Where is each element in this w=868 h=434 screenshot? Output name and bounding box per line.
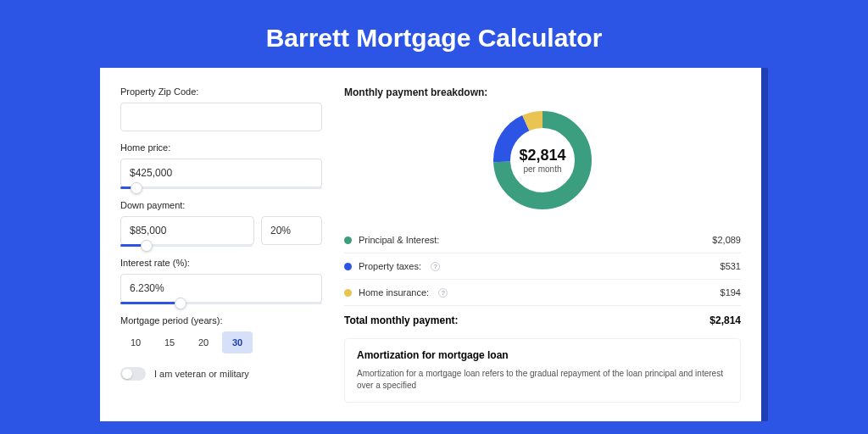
interest-slider-thumb[interactable]: [175, 298, 186, 309]
down-payment-slider-thumb[interactable]: [141, 240, 153, 252]
amortization-box: Amortization for mortgage loan Amortizat…: [344, 338, 741, 403]
donut-center: $2,814 per month: [491, 108, 594, 212]
amortization-body: Amortization for a mortgage loan refers …: [357, 368, 728, 392]
home-price-field: Home price:: [120, 142, 322, 189]
breakdown-title: Monthly payment breakdown:: [344, 86, 741, 98]
legend-list: Principal & Interest:$2,089Property taxe…: [344, 227, 741, 305]
legend-left: Principal & Interest:: [344, 235, 439, 245]
home-price-label: Home price:: [120, 142, 322, 153]
down-payment-slider[interactable]: [120, 244, 253, 247]
veteran-label: I am veteran or military: [154, 369, 249, 379]
legend-label: Principal & Interest:: [359, 235, 439, 245]
period-option-20[interactable]: 20: [188, 331, 219, 353]
page-title: Barrett Mortgage Calculator: [0, 0, 868, 68]
period-field: Mortgage period (years): 10152030: [120, 315, 322, 353]
donut-amount: $2,814: [519, 147, 565, 164]
legend-value: $531: [721, 261, 741, 271]
card-shadow: Property Zip Code: Home price: Down paym…: [100, 68, 768, 421]
legend-dot-icon: [344, 263, 352, 270]
home-price-slider[interactable]: [120, 186, 322, 189]
info-icon[interactable]: ?: [438, 288, 448, 298]
legend-row: Home insurance:?$194: [344, 279, 741, 305]
interest-label: Interest rate (%):: [120, 258, 322, 268]
total-row: Total monthly payment: $2,814: [344, 305, 741, 338]
down-payment-field: Down payment:: [120, 200, 322, 247]
legend-label: Home insurance:: [359, 287, 429, 298]
legend-left: Home insurance:?: [344, 287, 448, 298]
period-label: Mortgage period (years):: [120, 315, 322, 326]
veteran-toggle-knob: [122, 369, 132, 379]
form-panel: Property Zip Code: Home price: Down paym…: [120, 86, 322, 403]
period-option-30[interactable]: 30: [222, 331, 253, 353]
calculator-card: Property Zip Code: Home price: Down paym…: [100, 68, 761, 421]
zip-input[interactable]: [120, 103, 322, 131]
legend-value: $2,089: [712, 235, 741, 245]
veteran-toggle[interactable]: [120, 367, 146, 381]
interest-input[interactable]: [120, 274, 322, 303]
amortization-title: Amortization for mortgage loan: [357, 349, 728, 361]
total-value: $2,814: [709, 314, 741, 326]
total-label: Total monthly payment:: [344, 314, 458, 326]
legend-left: Property taxes:?: [344, 261, 440, 271]
interest-slider-fill: [120, 302, 181, 304]
donut-sub: per month: [523, 164, 561, 174]
home-price-slider-thumb[interactable]: [131, 182, 142, 194]
donut-wrap: $2,814 per month: [344, 108, 741, 212]
down-payment-amount-input[interactable]: [120, 216, 254, 245]
interest-field: Interest rate (%):: [120, 258, 322, 304]
interest-slider[interactable]: [120, 302, 322, 304]
breakdown-panel: Monthly payment breakdown: $2,814 per mo…: [344, 86, 741, 403]
legend-dot-icon: [344, 236, 352, 244]
period-options: 10152030: [120, 331, 322, 353]
home-price-input[interactable]: [120, 159, 322, 187]
legend-dot-icon: [344, 289, 352, 297]
down-payment-label: Down payment:: [120, 200, 322, 210]
down-payment-percent-input[interactable]: [261, 216, 322, 245]
payment-donut-chart: $2,814 per month: [491, 108, 594, 212]
zip-label: Property Zip Code:: [120, 86, 322, 97]
legend-row: Principal & Interest:$2,089: [344, 227, 741, 253]
zip-field: Property Zip Code:: [120, 86, 322, 131]
period-option-10[interactable]: 10: [120, 331, 151, 353]
period-option-15[interactable]: 15: [154, 331, 185, 353]
legend-value: $194: [721, 287, 741, 298]
legend-label: Property taxes:: [359, 261, 421, 271]
legend-row: Property taxes:?$531: [344, 253, 741, 279]
veteran-row: I am veteran or military: [120, 367, 322, 381]
info-icon[interactable]: ?: [431, 262, 440, 271]
